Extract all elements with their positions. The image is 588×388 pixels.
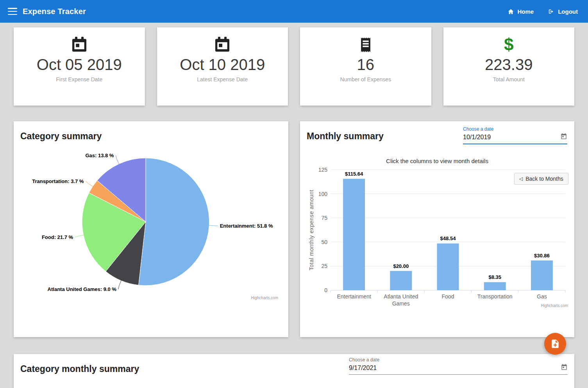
bar-value-label-atlanta-united-games: $20.00 <box>393 263 409 269</box>
monthly-date-input[interactable] <box>463 133 560 144</box>
dollar-sign-icon: $ <box>443 36 575 54</box>
note-add-icon <box>550 339 560 349</box>
monthly-bar-chart: Click the columns to view month details … <box>300 154 574 311</box>
receipt-icon <box>300 36 431 54</box>
y-tick-label: 75 <box>321 215 327 221</box>
pie-connector <box>86 181 93 187</box>
total-amount-label: Total Amount <box>443 76 575 83</box>
category-pie-chart: Entertainment: 51.8 %Atlanta United Game… <box>14 147 288 303</box>
pie-label-atlanta-united-games: Atlanta United Games: 9.0 % <box>48 286 117 292</box>
app-title: Expense Tracker <box>23 7 86 16</box>
x-category-label-atlanta-united-games: Atlanta United <box>384 293 418 300</box>
stats-row: Oct 05 2019 First Expense Date Oct 10 20… <box>14 27 574 106</box>
pie-label-gas: Gas: 13.8 % <box>85 153 114 158</box>
pie-connector <box>116 155 119 164</box>
stat-card-first-expense-date: Oct 05 2019 First Expense Date <box>14 27 145 106</box>
pie-connector <box>209 225 218 226</box>
latest-expense-date-label: Latest Expense Date <box>157 76 288 83</box>
back-to-months-button[interactable]: ◁ Back to Months <box>514 173 568 185</box>
bar-atlanta-united-games[interactable] <box>390 271 412 290</box>
pie-label-food: Food: 21.7 % <box>42 234 73 240</box>
monthly-date-label: Choose a date <box>463 126 567 132</box>
bar-gas[interactable] <box>531 260 553 290</box>
x-category-label-food: Food <box>442 293 454 300</box>
category-summary-heading: Category summary <box>20 131 102 142</box>
nav-logout[interactable]: Logout <box>548 8 578 15</box>
y-axis-title: Total monthly expense amount <box>308 190 315 271</box>
y-tick-label: 25 <box>321 263 327 269</box>
bar-value-label-gas: $30.86 <box>534 253 550 259</box>
category-monthly-summary-card: Category monthly summary Choose a date <box>14 354 574 388</box>
bar-value-label-food: $48.54 <box>440 235 456 241</box>
category-summary-card: Category summary Entertainment: 51.8 %At… <box>14 121 288 337</box>
x-category-label-entertainment: Entertainment <box>337 293 371 300</box>
pie-connector <box>118 280 122 289</box>
y-tick-label: 0 <box>324 287 327 293</box>
monthly-summary-card: Monthly summary Choose a date Click the … <box>300 121 574 337</box>
nav-logout-label: Logout <box>558 8 578 15</box>
stat-card-number-of-expenses: 16 Number of Expenses <box>300 27 431 106</box>
nav-home[interactable]: Home <box>508 8 534 15</box>
x-category-label-atlanta-united-games: Games <box>392 300 410 307</box>
latest-expense-date-value: Oct 10 2019 <box>157 56 288 74</box>
menu-icon[interactable] <box>8 8 17 15</box>
datepicker-toggle-icon[interactable] <box>560 133 567 144</box>
highcharts-credit-link[interactable]: Highcharts.com <box>251 296 278 300</box>
header-nav: Home Logout <box>508 8 581 15</box>
datepicker-toggle-icon[interactable] <box>561 364 568 374</box>
pie-label-transportation: Transportation: 3.7 % <box>32 178 84 184</box>
pie-label-entertainment: Entertainment: 51.8 % <box>220 223 273 229</box>
app-header: Expense Tracker Home Logout <box>0 0 588 23</box>
calendar-icon <box>157 36 288 54</box>
stat-card-total-amount: $ 223.39 Total Amount <box>443 27 575 106</box>
number-of-expenses-value: 16 <box>300 56 431 74</box>
highcharts-credit-link[interactable]: Highcharts.com <box>541 304 568 308</box>
dashboard: Oct 05 2019 First Expense Date Oct 10 20… <box>0 27 588 388</box>
first-expense-date-label: First Expense Date <box>14 76 145 83</box>
bar-entertainment[interactable] <box>343 179 365 290</box>
bar-transportation[interactable] <box>484 282 506 290</box>
home-icon <box>508 8 514 15</box>
monthly-date-field: Choose a date <box>463 126 567 144</box>
stat-card-latest-expense-date: Oct 10 2019 Latest Expense Date <box>157 27 288 106</box>
logout-icon <box>548 8 554 15</box>
x-category-label-transportation: Transportation <box>477 293 513 300</box>
nav-home-label: Home <box>518 8 534 15</box>
pie-connector <box>75 235 84 237</box>
category-monthly-date-field: Choose a date <box>349 357 568 375</box>
charts-row: Category summary Entertainment: 51.8 %At… <box>14 121 574 337</box>
category-monthly-date-input[interactable] <box>349 364 561 374</box>
number-of-expenses-label: Number of Expenses <box>300 76 431 83</box>
category-monthly-date-label: Choose a date <box>349 357 568 363</box>
back-triangle-icon: ◁ <box>519 176 523 181</box>
pie-chart-svg: Entertainment: 51.8 %Atlanta United Game… <box>14 147 288 303</box>
bar-value-label-entertainment: $115.64 <box>345 171 363 177</box>
first-expense-date-value: Oct 05 2019 <box>14 56 145 74</box>
total-amount-value: 223.39 <box>443 56 575 74</box>
monthly-summary-heading: Monthly summary <box>307 131 384 142</box>
y-tick-label: 100 <box>318 191 328 197</box>
calendar-icon <box>14 36 145 54</box>
bar-value-label-transportation: $8.35 <box>488 274 501 280</box>
add-expense-fab[interactable] <box>544 333 566 355</box>
y-tick-label: 50 <box>321 239 327 245</box>
y-tick-label: 125 <box>318 167 328 173</box>
x-category-label-gas: Gas <box>537 293 547 300</box>
pie-slice-entertainment[interactable] <box>139 158 209 286</box>
back-to-months-label: Back to Months <box>525 176 563 182</box>
bar-food[interactable] <box>437 243 459 290</box>
category-monthly-summary-heading: Category monthly summary <box>20 364 139 374</box>
